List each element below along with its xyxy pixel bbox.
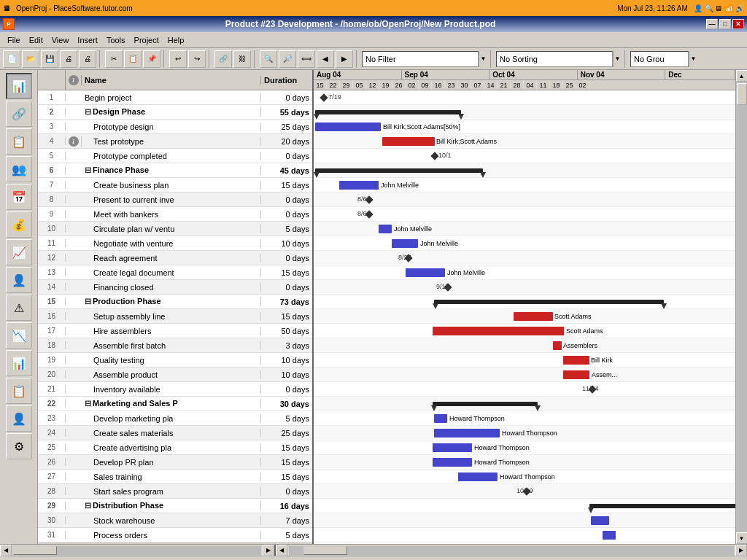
filter-arrow[interactable]: ▼ [479, 51, 487, 67]
save-button[interactable]: 💾 [41, 50, 58, 68]
gantt-phase-arrow-left [433, 303, 438, 309]
row-name: Begin project [82, 93, 261, 102]
sys-icons: 👤 🔍 🖥 📶 🔊 [694, 4, 744, 12]
zoom-fit-button[interactable]: ⟺ [298, 50, 315, 68]
gantt-phase-arrow-left [314, 172, 320, 178]
hscroll-left-arrow[interactable]: ◀ [0, 545, 12, 556]
gantt-months: Aug 04 Sep 04 Oct 04 Nov 04 Dec [314, 70, 735, 80]
resource-view-icon[interactable]: 👥 [6, 156, 32, 182]
menu-file[interactable]: File [3, 34, 25, 46]
row-id: 19 [38, 356, 66, 364]
gantt-bar[interactable] [434, 429, 500, 438]
hscroll-left-right-arrow[interactable]: ▶ [263, 545, 274, 556]
day-26a: 26 [392, 80, 406, 90]
gantt-bar[interactable] [433, 458, 472, 467]
row-name: ⊟Design Phase [82, 107, 261, 117]
col-name[interactable]: Name [82, 76, 261, 85]
filter-dropdown[interactable]: No Filter [362, 51, 479, 67]
vscroll-thumb[interactable] [737, 83, 747, 105]
col-duration[interactable]: Duration [261, 76, 312, 85]
gantt-bar[interactable] [434, 414, 447, 423]
gantt-bar[interactable] [514, 312, 553, 321]
next-button[interactable]: ▶ [336, 50, 353, 68]
menu-insert[interactable]: Insert [73, 34, 102, 46]
calendar-view-icon[interactable]: 📅 [6, 184, 32, 210]
gantt-bar[interactable] [339, 181, 379, 190]
gantt-bar[interactable] [433, 327, 564, 335]
gantt-bar[interactable] [563, 356, 589, 365]
report-view-icon[interactable]: 📈 [6, 239, 32, 265]
table-view-icon[interactable]: 📋 [6, 378, 32, 404]
vertical-scrollbar[interactable]: ▲ ▼ [735, 70, 747, 544]
row-duration: 55 days [261, 108, 312, 117]
minimize-button[interactable]: — [706, 19, 718, 29]
table-row: 15⊟Production Phase73 days [38, 295, 312, 309]
group-arrow[interactable]: ▼ [689, 51, 697, 67]
menu-project[interactable]: Project [130, 34, 163, 46]
sorting-dropdown[interactable]: No Sorting [496, 51, 613, 67]
month-dec: Dec [665, 70, 735, 79]
gantt-row: John Melville [314, 222, 735, 236]
sorting-arrow[interactable]: ▼ [613, 51, 622, 67]
hscroll-right-thumb[interactable] [303, 546, 347, 555]
gantt-bar[interactable] [379, 225, 392, 233]
table-row: 14Financing closed0 days [38, 280, 312, 295]
print-button[interactable]: 🖨 [60, 50, 77, 68]
gantt-bar[interactable] [406, 268, 445, 277]
vscroll-track[interactable] [736, 82, 748, 532]
window-controls[interactable]: — □ ✕ [706, 19, 744, 29]
prev-button[interactable]: ◀ [317, 50, 334, 68]
row-duration: 0 days [261, 283, 312, 292]
gantt-bar[interactable] [382, 137, 435, 146]
gantt-bar[interactable] [591, 516, 609, 525]
gantt-bar[interactable] [392, 239, 418, 248]
gantt-bar[interactable] [563, 370, 589, 379]
wbs-view-icon[interactable]: 📋 [6, 128, 32, 155]
resource-table-icon[interactable]: 👤 [6, 267, 32, 293]
vscroll-up[interactable]: ▲ [736, 70, 748, 82]
zoom-out-button[interactable]: 🔎 [279, 50, 296, 68]
gantt-row: Howard Thompson [314, 426, 735, 440]
undo-button[interactable]: ↩ [169, 50, 187, 68]
gantt-bar[interactable] [458, 472, 498, 481]
menu-edit[interactable]: Edit [25, 34, 47, 46]
group-dropdown[interactable]: No Grou [630, 51, 689, 67]
cost-view-icon[interactable]: 💰 [6, 211, 32, 238]
print-preview-button[interactable]: 🖨 [79, 50, 96, 68]
table-row: 4iTest prototype20 days [38, 134, 312, 149]
resource2-icon[interactable]: 👤 [6, 405, 32, 432]
hscroll-right-track[interactable] [289, 546, 734, 555]
menu-tools[interactable]: Tools [102, 34, 130, 46]
row-id: 5 [38, 152, 66, 160]
network-view-icon[interactable]: 🔗 [6, 101, 32, 127]
link-button[interactable]: 🔗 [214, 50, 232, 68]
open-button[interactable]: 📂 [22, 50, 39, 68]
gantt-row: Howard Thompson [314, 455, 735, 470]
paste-button[interactable]: 📌 [143, 50, 160, 68]
hscroll-left-thumb[interactable] [13, 546, 57, 555]
settings-icon[interactable]: ⚙ [6, 433, 32, 459]
row-duration: 15 days [261, 472, 312, 481]
maximize-button[interactable]: □ [719, 19, 731, 29]
gantt-view-icon[interactable]: 📊 [6, 73, 32, 99]
menu-help[interactable]: Help [163, 34, 189, 46]
risk-view-icon[interactable]: ⚠ [6, 295, 32, 321]
unlink-button[interactable]: ⛓ [233, 50, 251, 68]
copy-button[interactable]: 📋 [124, 50, 142, 68]
new-button[interactable]: 📄 [3, 50, 20, 68]
chart-icon[interactable]: 📊 [6, 350, 32, 376]
hscroll-left-track[interactable] [13, 546, 261, 555]
hscroll-right-left-arrow[interactable]: ◀ [276, 545, 287, 556]
gantt-bar[interactable] [603, 531, 616, 540]
gantt-bar[interactable] [553, 341, 562, 350]
close-button[interactable]: ✕ [732, 19, 744, 29]
gantt-bar[interactable] [315, 122, 381, 131]
histogram-icon[interactable]: 📉 [6, 322, 32, 349]
gantt-bar[interactable] [433, 443, 472, 452]
menu-view[interactable]: View [47, 34, 74, 46]
redo-button[interactable]: ↪ [188, 50, 206, 68]
vscroll-down[interactable]: ▼ [736, 532, 748, 544]
hscroll-right-right-arrow[interactable]: ▶ [735, 545, 747, 556]
zoom-in-button[interactable]: 🔍 [260, 50, 277, 68]
cut-button[interactable]: ✂ [105, 50, 123, 68]
